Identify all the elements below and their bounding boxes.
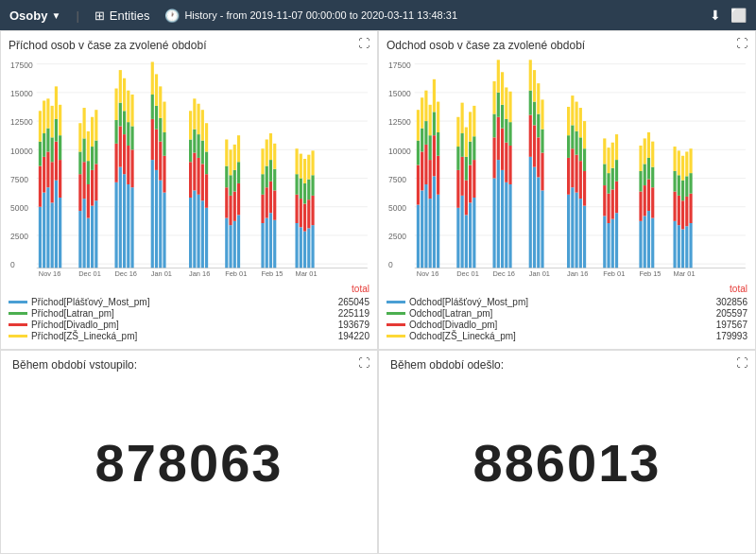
svg-rect-294 — [603, 185, 606, 216]
svg-rect-40 — [78, 211, 81, 268]
svg-rect-260 — [529, 60, 532, 90]
svg-rect-112 — [205, 208, 208, 268]
prichod-legend-label-3: Příchod[ZŠ_Linecká_pm] — [31, 331, 137, 341]
svg-rect-219 — [456, 147, 459, 170]
odchod-legend-value-2: 197567 — [716, 320, 747, 330]
svg-rect-286 — [579, 161, 582, 199]
svg-rect-258 — [529, 115, 532, 157]
svg-rect-221 — [461, 196, 464, 268]
legend-item-2: Příchod[Divadlo_pm] 193679 — [9, 320, 369, 330]
svg-text:Nov 16: Nov 16 — [39, 269, 61, 278]
svg-rect-53 — [91, 170, 94, 206]
svg-rect-142 — [269, 160, 272, 182]
svg-text:7500: 7500 — [10, 175, 28, 184]
svg-rect-139 — [266, 139, 268, 165]
svg-rect-248 — [501, 72, 504, 105]
svg-rect-86 — [155, 106, 158, 130]
svg-rect-193 — [417, 205, 420, 268]
svg-rect-144 — [273, 220, 276, 268]
svg-rect-127 — [233, 145, 236, 170]
fullscreen-icon[interactable]: ⬜ — [730, 8, 747, 23]
svg-rect-16 — [39, 207, 42, 268]
clock-icon: 🕐 — [164, 9, 180, 23]
svg-rect-93 — [163, 156, 165, 193]
svg-rect-41 — [78, 174, 81, 211]
svg-rect-30 — [51, 137, 54, 162]
svg-rect-110 — [201, 141, 204, 164]
svg-rect-342 — [689, 194, 692, 223]
prichod-legend-value-1: 225119 — [338, 308, 369, 319]
svg-text:Dec 01: Dec 01 — [78, 269, 101, 278]
odeslo-expand-icon[interactable]: ⛶ — [736, 356, 747, 370]
odchod-legend-label-2: Odchod[Divadlo_pm] — [409, 320, 497, 330]
svg-rect-161 — [307, 199, 310, 228]
svg-rect-251 — [505, 119, 507, 143]
svg-rect-84 — [155, 170, 158, 268]
svg-text:Mar 01: Mar 01 — [673, 269, 695, 278]
svg-rect-241 — [497, 160, 500, 268]
osoby-dropdown[interactable]: Osoby ▼ — [9, 9, 60, 23]
svg-rect-18 — [39, 142, 42, 166]
svg-rect-250 — [505, 143, 507, 182]
svg-rect-49 — [87, 184, 90, 218]
svg-rect-21 — [43, 157, 45, 193]
svg-rect-325 — [673, 221, 676, 268]
svg-rect-318 — [647, 180, 650, 211]
svg-rect-224 — [461, 103, 464, 133]
svg-rect-213 — [437, 195, 439, 268]
svg-rect-116 — [225, 218, 228, 268]
prichod-legend-label-0: Příchod[Plášťový_Most_pm] — [31, 297, 149, 307]
svg-rect-311 — [639, 171, 642, 192]
svg-rect-289 — [583, 206, 586, 268]
svg-text:Feb 01: Feb 01 — [225, 269, 247, 278]
svg-rect-295 — [603, 164, 606, 185]
odeslo-title: Během období odešlo: — [390, 358, 744, 372]
svg-rect-90 — [159, 118, 162, 142]
svg-rect-100 — [193, 190, 196, 268]
svg-rect-206 — [429, 160, 432, 199]
svg-rect-106 — [197, 134, 199, 158]
svg-rect-211 — [433, 112, 436, 135]
odchod-legend-item-3: Odchod[ZŠ_Linecká_pm] 179993 — [387, 331, 747, 341]
svg-rect-105 — [197, 158, 199, 195]
svg-rect-246 — [501, 129, 504, 170]
svg-rect-107 — [197, 104, 199, 134]
svg-rect-227 — [465, 157, 468, 181]
app-header: Osoby ▼ | ⊞ Entities 🕐 History - from 20… — [0, 0, 756, 30]
prichod-legend-value-2: 193679 — [338, 320, 369, 330]
download-icon[interactable]: ⬇ — [710, 8, 721, 23]
svg-rect-200 — [421, 97, 423, 128]
svg-rect-67 — [119, 70, 122, 103]
svg-rect-230 — [469, 164, 472, 202]
svg-rect-75 — [127, 91, 129, 122]
vstoupilo-title: Během období vstoupilo: — [12, 358, 366, 372]
svg-rect-82 — [151, 95, 154, 119]
vstoupilo-expand-icon[interactable]: ⛶ — [358, 356, 369, 370]
svg-rect-55 — [91, 117, 94, 147]
svg-rect-320 — [647, 132, 650, 158]
svg-rect-97 — [189, 162, 192, 198]
svg-rect-256 — [508, 92, 511, 122]
prichod-expand-icon[interactable]: ⛶ — [358, 37, 369, 50]
svg-rect-104 — [197, 195, 199, 268]
entities-button[interactable]: ⊞ Entities — [94, 9, 150, 23]
svg-rect-275 — [567, 135, 570, 158]
svg-rect-69 — [123, 134, 126, 174]
svg-rect-43 — [78, 123, 81, 151]
svg-rect-102 — [193, 130, 196, 153]
svg-rect-61 — [114, 144, 117, 182]
svg-rect-32 — [55, 181, 58, 268]
svg-rect-80 — [151, 160, 154, 268]
svg-rect-276 — [567, 107, 570, 135]
svg-rect-138 — [266, 166, 268, 188]
svg-rect-253 — [508, 184, 511, 268]
odchod-legend-item-1: Odchod[Latran_pm] 205597 — [387, 308, 747, 319]
svg-rect-284 — [575, 102, 577, 131]
svg-rect-204 — [424, 91, 427, 121]
svg-rect-74 — [127, 122, 129, 146]
odchod-expand-icon[interactable]: ⛶ — [736, 37, 747, 50]
svg-text:17500: 17500 — [388, 61, 411, 70]
svg-rect-31 — [51, 106, 54, 137]
svg-rect-317 — [647, 211, 650, 268]
svg-rect-290 — [583, 171, 586, 206]
